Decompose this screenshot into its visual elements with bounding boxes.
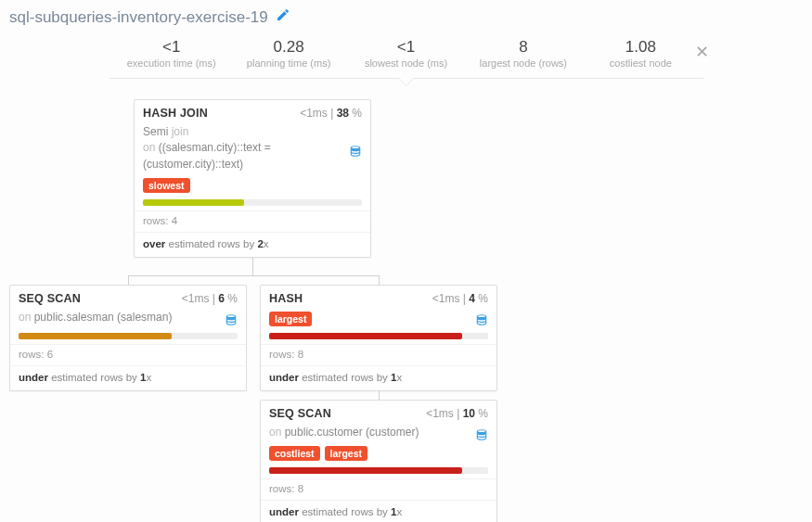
node-op: HASH — [269, 292, 303, 305]
stat-value: 1.08 — [582, 38, 699, 57]
node-op: SEQ SCAN — [19, 292, 81, 305]
node-meta: <1ms | 10 % — [426, 407, 488, 420]
cost-bar-fill — [269, 333, 462, 339]
stat-value: <1 — [347, 38, 464, 57]
node-tags: slowest — [135, 178, 370, 199]
plan-node-seqscan-salesman[interactable]: SEQ SCAN <1ms | 6 % on public.salesman (… — [9, 285, 247, 391]
rows-text: rows: 6 — [10, 344, 246, 365]
database-icon — [475, 313, 488, 329]
stat-execution-time: <1 execution time (ms) — [113, 38, 230, 69]
cost-bar — [269, 467, 488, 474]
tag-largest: largest — [269, 312, 312, 326]
stat-largest-node: 8 largest node (rows) — [465, 38, 582, 69]
node-op: SEQ SCAN — [269, 407, 331, 420]
stat-value: <1 — [113, 38, 230, 57]
rows-text: rows: 8 — [261, 478, 496, 500]
estimate-text: under estimated rows by 1x — [261, 365, 496, 390]
database-icon — [475, 428, 488, 444]
stat-label: costliest node — [582, 57, 699, 69]
plan-node-hash[interactable]: HASH <1ms | 4 % largest rows: 8 under es… — [260, 285, 497, 391]
stat-label: execution time (ms) — [113, 57, 230, 69]
tag-largest: largest — [325, 446, 367, 461]
tag-slowest: slowest — [143, 178, 190, 193]
tag-costliest: costliest — [269, 446, 320, 461]
stat-slowest-node: <1 slowest node (ms) — [347, 38, 464, 69]
cost-bar — [269, 333, 488, 339]
page-title-row: sql-subqueries-inventory-exercise-19 — [0, 0, 812, 32]
node-tags: costliest largest — [261, 446, 496, 467]
database-icon — [225, 313, 238, 329]
stat-label: slowest node (ms) — [347, 57, 464, 69]
pencil-icon[interactable] — [276, 7, 290, 27]
node-meta: <1ms | 6 % — [182, 292, 238, 305]
plan-canvas: HASH JOIN <1ms | 38 % Semi join on ((sal… — [0, 99, 812, 516]
stat-value: 8 — [465, 38, 582, 57]
node-tags: largest — [261, 310, 496, 333]
node-op: HASH JOIN — [143, 107, 208, 120]
cost-bar — [19, 333, 238, 339]
node-detail: on public.customer (customer) — [261, 425, 496, 446]
caret-down-icon — [398, 78, 415, 86]
rows-text: rows: 4 — [135, 210, 370, 232]
plan-node-hash-join[interactable]: HASH JOIN <1ms | 38 % Semi join on ((sal… — [134, 99, 371, 258]
cost-bar-fill — [269, 467, 462, 474]
rows-text: rows: 8 — [261, 344, 496, 365]
node-detail: Semi join on ((salesman.city)::text = (c… — [135, 124, 370, 178]
connector — [128, 275, 129, 285]
cost-bar — [143, 199, 362, 206]
cost-bar-fill — [143, 199, 244, 206]
stat-value: 0.28 — [230, 38, 347, 57]
node-meta: <1ms | 4 % — [432, 292, 488, 305]
stat-label: largest node (rows) — [465, 57, 582, 69]
close-icon[interactable]: ✕ — [695, 42, 709, 62]
stat-label: planning time (ms) — [230, 57, 347, 69]
node-detail: on public.salesman (salesman) — [10, 310, 246, 333]
database-icon — [349, 145, 362, 160]
connector — [128, 275, 379, 276]
connector — [379, 275, 380, 285]
estimate-text: over estimated rows by 2x — [135, 232, 370, 257]
connector — [252, 257, 253, 275]
plan-node-seqscan-customer[interactable]: SEQ SCAN <1ms | 10 % on public.customer … — [260, 400, 497, 522]
page-title: sql-subqueries-inventory-exercise-19 — [9, 8, 268, 27]
estimate-text: under estimated rows by 1x — [10, 365, 246, 390]
estimate-text: under estimated rows by 1x — [261, 500, 496, 522]
stat-planning-time: 0.28 planning time (ms) — [230, 38, 347, 69]
cost-bar-fill — [19, 333, 172, 339]
stat-costliest-node: 1.08 costliest node — [582, 38, 699, 69]
summary-stats: <1 execution time (ms) 0.28 planning tim… — [110, 32, 703, 79]
node-meta: <1ms | 38 % — [300, 107, 362, 120]
